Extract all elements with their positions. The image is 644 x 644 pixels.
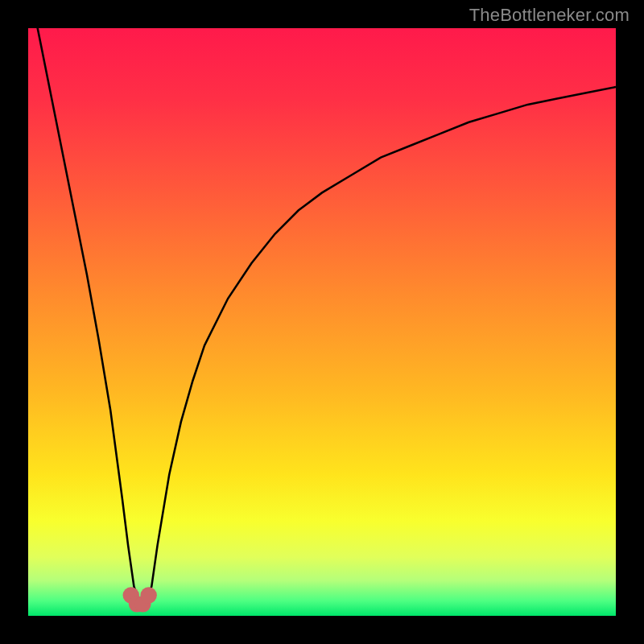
chart-frame: TheBottleneker.com: [0, 0, 644, 644]
plot-area: [28, 28, 616, 616]
minimum-marker: [140, 587, 156, 603]
minimum-markers: [123, 587, 157, 612]
watermark-text: TheBottleneker.com: [469, 5, 630, 26]
bottleneck-curve: [28, 28, 616, 604]
bottleneck-curve-svg: [28, 28, 616, 616]
